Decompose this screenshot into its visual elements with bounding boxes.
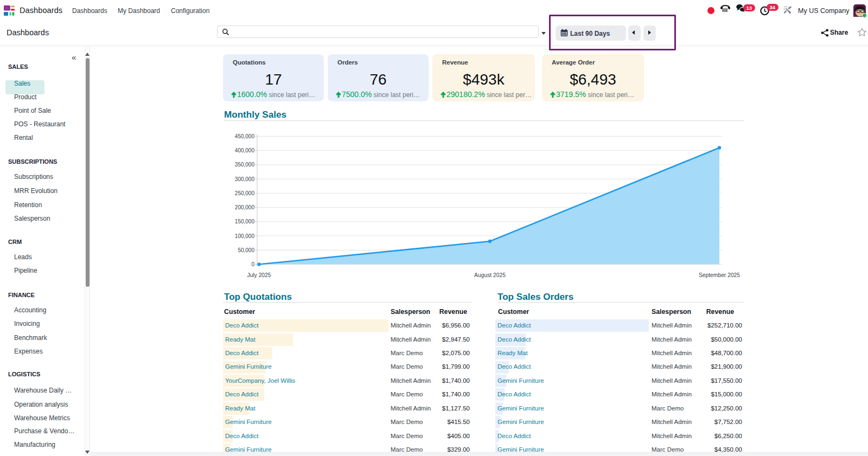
svg-text:50,000: 50,000 [238,247,254,253]
svg-text:July 2025: July 2025 [247,272,271,278]
svg-text:August 2025: August 2025 [474,272,506,278]
svg-text:300,000: 300,000 [235,176,255,182]
svg-text:250,000: 250,000 [235,190,255,196]
svg-text:200,000: 200,000 [235,204,255,210]
svg-text:100,000: 100,000 [235,233,255,239]
svg-text:0: 0 [251,261,254,267]
svg-text:September 2025: September 2025 [699,272,740,278]
svg-text:150,000: 150,000 [235,219,255,224]
svg-text:400,000: 400,000 [235,147,255,153]
svg-text:350,000: 350,000 [235,162,255,168]
svg-text:450,000: 450,000 [235,133,255,139]
